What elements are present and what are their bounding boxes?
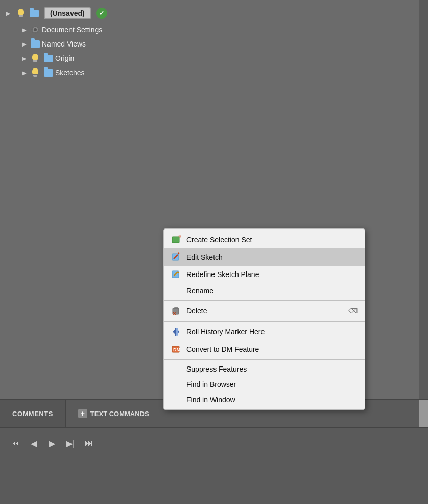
- svg-text:DM: DM: [173, 347, 180, 352]
- folder-icon-sketches: [43, 67, 54, 78]
- tab-comments[interactable]: COMMENTS: [0, 400, 66, 427]
- delete-icon: ✕: [171, 306, 181, 316]
- tree-item-named-views[interactable]: Named Views: [0, 37, 215, 51]
- tree-item-origin[interactable]: Origin: [0, 51, 215, 65]
- menu-item-find-browser[interactable]: Find in Browser: [164, 377, 365, 392]
- scrollbar-right[interactable]: [419, 400, 428, 427]
- menu-label-rename: Rename: [186, 287, 213, 295]
- folder-icon-unsaved: [29, 8, 39, 18]
- menu-item-find-window[interactable]: Find in Window: [164, 392, 365, 407]
- gear-icon-document: [30, 25, 40, 35]
- svg-text:+: +: [178, 235, 181, 240]
- tree-arrow-unsaved[interactable]: [4, 9, 12, 17]
- check-badge: ✓: [96, 8, 107, 19]
- context-menu: + Create Selection Set * Edit Sketch Red…: [163, 228, 365, 410]
- tree-root-item[interactable]: (Unsaved) ✓: [0, 4, 215, 22]
- delete-shortcut: ⌫: [348, 307, 358, 315]
- playback-bar: ⏮ ◀ ▶ ▶| ⏭: [0, 428, 428, 459]
- tree-label-origin: Origin: [55, 54, 74, 62]
- right-scroll-edge: [419, 0, 428, 399]
- svg-rect-2: [35, 26, 36, 27]
- menu-label-suppress-features: Suppress Features: [186, 365, 247, 373]
- svg-rect-4: [31, 29, 33, 30]
- menu-separator-3: [164, 359, 365, 360]
- menu-label-create-selection-set: Create Selection Set: [186, 236, 252, 244]
- bulb-icon-sketches: [30, 67, 40, 78]
- bulb-icon-origin: [30, 53, 40, 63]
- playback-next[interactable]: ▶|: [63, 436, 78, 450]
- menu-label-redefine-sketch-plane: Redefine Sketch Plane: [186, 270, 259, 279]
- tree-arrow-origin[interactable]: [20, 54, 29, 62]
- tree-label-named-views: Named Views: [42, 40, 86, 48]
- redefine-sketch-icon: [171, 269, 181, 280]
- menu-item-rename[interactable]: Rename: [164, 283, 365, 299]
- svg-rect-5: [38, 29, 39, 30]
- tree-item-document-settings[interactable]: Document Settings: [0, 22, 215, 37]
- tree-item-sketches[interactable]: Sketches: [0, 65, 215, 80]
- menu-item-suppress-features[interactable]: Suppress Features: [164, 361, 365, 377]
- folder-icon-named-views: [30, 39, 40, 49]
- menu-separator-2: [164, 321, 365, 322]
- menu-label-find-window: Find in Window: [186, 396, 235, 404]
- bulb-icon-unsaved: [16, 8, 26, 18]
- svg-marker-23: [173, 330, 175, 334]
- menu-label-delete: Delete: [186, 307, 207, 315]
- menu-label-find-browser: Find in Browser: [186, 380, 236, 388]
- tree-label-sketches: Sketches: [55, 68, 85, 77]
- menu-item-create-selection-set[interactable]: + Create Selection Set: [164, 231, 365, 248]
- svg-rect-21: [175, 328, 176, 336]
- playback-skip-start[interactable]: ⏮: [8, 436, 22, 450]
- menu-label-roll-history: Roll History Marker Here: [186, 328, 265, 336]
- bottom-bar: COMMENTS + TEXT COMMANDS ⏮ ◀ ▶ ▶| ⏭: [0, 399, 428, 504]
- menu-item-roll-history[interactable]: Roll History Marker Here: [164, 323, 365, 340]
- svg-text:*: *: [178, 252, 180, 257]
- plus-icon: +: [78, 409, 87, 418]
- svg-point-1: [34, 28, 37, 31]
- menu-item-convert-dm[interactable]: DM Convert to DM Feature: [164, 340, 365, 358]
- svg-text:✕: ✕: [172, 311, 176, 316]
- svg-rect-3: [35, 32, 36, 34]
- menu-label-convert-dm: Convert to DM Feature: [186, 345, 259, 353]
- menu-item-delete[interactable]: ✕ Delete ⌫: [164, 302, 365, 319]
- edit-sketch-icon: *: [171, 252, 181, 262]
- menu-separator-1: [164, 300, 365, 301]
- playback-play[interactable]: ▶: [45, 436, 59, 450]
- create-selection-icon: +: [171, 235, 181, 245]
- svg-rect-22: [176, 328, 178, 336]
- playback-prev[interactable]: ◀: [27, 436, 41, 450]
- roll-history-icon: [171, 327, 181, 337]
- menu-item-edit-sketch[interactable]: * Edit Sketch: [164, 248, 365, 266]
- tree-arrow-document-settings[interactable]: [20, 26, 29, 34]
- svg-marker-24: [178, 330, 179, 334]
- tree-arrow-named-views[interactable]: [20, 40, 29, 48]
- unsaved-label: (Unsaved): [44, 7, 91, 19]
- menu-label-edit-sketch: Edit Sketch: [186, 253, 223, 261]
- menu-item-redefine-sketch-plane[interactable]: Redefine Sketch Plane: [164, 266, 365, 283]
- tab-text-commands[interactable]: + TEXT COMMANDS: [66, 400, 161, 427]
- convert-dm-icon: DM: [171, 344, 181, 354]
- tree-label-document-settings: Document Settings: [42, 26, 102, 34]
- folder-icon-origin: [43, 53, 54, 63]
- playback-skip-end[interactable]: ⏭: [82, 436, 96, 450]
- tree-arrow-sketches[interactable]: [20, 68, 29, 77]
